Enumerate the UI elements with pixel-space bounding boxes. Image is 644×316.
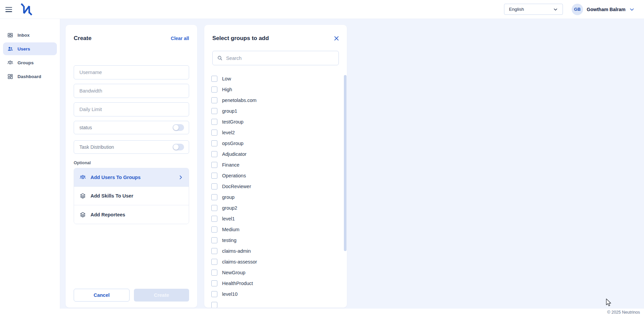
group-list-item[interactable]: Finance	[204, 160, 347, 170]
cancel-button[interactable]: Cancel	[74, 289, 130, 302]
group-checkbox[interactable]	[211, 130, 217, 136]
close-icon[interactable]	[333, 35, 339, 41]
group-checkbox[interactable]	[211, 97, 217, 103]
sidebar: InboxUsersGroupsDashboard	[0, 19, 60, 316]
footer: © 2025 Neutrinos	[0, 309, 644, 316]
group-label: claims-admin	[222, 248, 251, 254]
sidebar-item-label: Inbox	[17, 33, 30, 38]
status-toggle[interactable]	[173, 124, 184, 131]
group-label: level1	[222, 216, 235, 221]
group-list-item[interactable]: opsGroup	[204, 138, 347, 149]
group-list-item[interactable]: level2	[204, 127, 347, 138]
group-checkbox[interactable]	[211, 259, 217, 265]
group-list-item[interactable]: DocReviewer	[204, 181, 347, 192]
group-label: Low	[222, 76, 231, 81]
group-checkbox[interactable]	[211, 280, 217, 286]
action-label: Add Reportees	[91, 212, 183, 217]
group-list-item[interactable]: penetolabs.com	[204, 95, 347, 106]
group-label: claims-assessor	[222, 259, 257, 265]
group-checkbox[interactable]	[211, 108, 217, 114]
group-list-item[interactable]: level10	[204, 289, 347, 300]
create-panel-title: Create	[74, 35, 92, 42]
group-checkbox[interactable]	[211, 162, 217, 168]
dashboard-icon	[7, 73, 13, 80]
optional-actions-card: Add Users To Groups Add Skills To User A…	[74, 168, 189, 224]
group-label: testGroup	[222, 119, 244, 125]
add-skills-to-user-button[interactable]: Add Skills To User	[74, 187, 189, 205]
sidebar-item-groups[interactable]: Groups	[3, 56, 57, 69]
scrollbar-thumb[interactable]	[344, 75, 347, 251]
sidebar-item-dashboard[interactable]: Dashboard	[3, 70, 57, 83]
group-list-item[interactable]: testGroup	[204, 116, 347, 127]
group-label: level10	[222, 291, 238, 297]
copyright-text: © 2025 Neutrinos	[607, 310, 640, 315]
group-label: opsGroup	[222, 141, 244, 146]
sidebar-item-inbox[interactable]: Inbox	[3, 29, 57, 41]
bandwidth-field[interactable]	[74, 84, 189, 98]
group-checkbox[interactable]	[211, 226, 217, 233]
group-list-item[interactable]: Medium	[204, 224, 347, 235]
language-select[interactable]: English	[504, 4, 563, 15]
group-list-item[interactable]: claims-admin	[204, 246, 347, 256]
group-list-item[interactable]: testing	[204, 235, 347, 246]
group-checkbox[interactable]	[211, 151, 217, 157]
group-label: level2	[222, 130, 235, 135]
group-checkbox[interactable]	[211, 119, 217, 125]
sidebar-item-label: Groups	[17, 60, 34, 65]
avatar: GB	[572, 4, 583, 15]
group-checkbox[interactable]	[211, 205, 217, 211]
group-list-item[interactable]: Operations	[204, 170, 347, 181]
group-label: group	[222, 195, 235, 200]
group-label: testing	[222, 238, 237, 243]
group-checkbox[interactable]	[211, 291, 217, 297]
chevron-down-icon	[629, 7, 635, 12]
group-checkbox[interactable]	[211, 86, 217, 93]
user-menu[interactable]: GB Gowtham Balram	[572, 4, 635, 15]
topbar: English GB Gowtham Balram	[0, 0, 644, 19]
add-users-to-groups-button[interactable]: Add Users To Groups	[74, 168, 189, 187]
group-checkbox[interactable]	[211, 140, 217, 146]
group-label: Adjudicator	[222, 151, 247, 157]
group-list-item-partial[interactable]	[204, 300, 347, 308]
group-list-item[interactable]: High	[204, 84, 347, 95]
daily-limit-field[interactable]	[74, 102, 189, 116]
search-input[interactable]	[226, 56, 334, 61]
group-label: Operations	[222, 173, 246, 178]
task-distribution-toggle-row: Task Distribution	[74, 140, 189, 154]
group-list-item[interactable]: NewGroup	[204, 267, 347, 278]
app-logo	[19, 2, 34, 16]
inbox-icon	[7, 32, 13, 38]
clear-all-link[interactable]: Clear all	[171, 36, 189, 41]
group-checkbox[interactable]	[211, 76, 217, 82]
status-toggle-row: status	[74, 121, 189, 134]
group-list-item[interactable]: claims-assessor	[204, 256, 347, 267]
group-checkbox[interactable]	[211, 237, 217, 243]
group-checkbox[interactable]	[211, 216, 217, 222]
username-field[interactable]	[74, 65, 189, 79]
select-groups-panel: Select groups to add LowHighpenetolabs.c…	[204, 25, 347, 308]
sidebar-item-users[interactable]: Users	[3, 42, 57, 55]
group-list-item[interactable]: HealthProduct	[204, 278, 347, 289]
group-list-item[interactable]: group2	[204, 203, 347, 213]
group-list-item[interactable]: level1	[204, 213, 347, 224]
optional-section-label: Optional	[74, 161, 189, 165]
group-list-item[interactable]: Adjudicator	[204, 149, 347, 160]
create-button[interactable]: Create	[134, 289, 189, 302]
menu-icon[interactable]	[5, 7, 12, 12]
group-checkbox[interactable]	[211, 302, 217, 308]
chevron-right-icon	[178, 175, 183, 180]
task-distribution-toggle[interactable]	[173, 144, 184, 150]
action-label: Add Skills To User	[91, 193, 183, 199]
group-list-item[interactable]: group1	[204, 106, 347, 116]
language-value: English	[509, 7, 524, 12]
group-list-item[interactable]: group	[204, 192, 347, 203]
group-checkbox[interactable]	[211, 183, 217, 189]
group-checkbox[interactable]	[211, 248, 217, 254]
add-reportees-button[interactable]: Add Reportees	[74, 205, 189, 224]
groups-list: LowHighpenetolabs.comgroup1testGroupleve…	[204, 73, 347, 308]
group-checkbox[interactable]	[211, 194, 217, 200]
group-list-item[interactable]: Low	[204, 73, 347, 84]
group-checkbox[interactable]	[211, 173, 217, 179]
group-checkbox[interactable]	[211, 270, 217, 276]
search-icon	[217, 55, 223, 61]
